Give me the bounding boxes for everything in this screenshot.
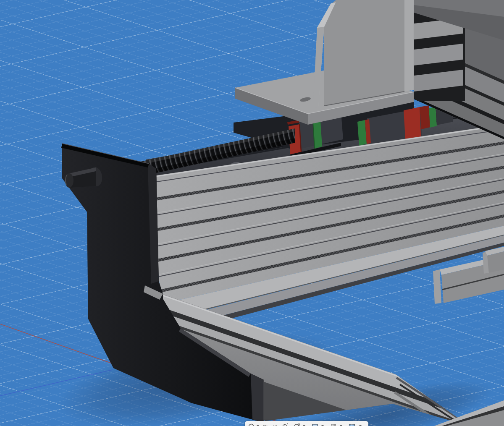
model-scene: [0, 0, 504, 426]
display-settings-icon[interactable]: [311, 423, 319, 426]
navigation-toolbar[interactable]: [245, 421, 368, 426]
zoom-icon[interactable]: [281, 423, 289, 426]
fit-icon[interactable]: [293, 423, 300, 426]
motor-mount-bracket[interactable]: [235, 0, 414, 125]
pan-icon[interactable]: [262, 423, 269, 426]
look-at-icon[interactable]: [272, 423, 279, 426]
viewports-icon[interactable]: [348, 423, 356, 426]
grid-snaps-icon[interactable]: [330, 423, 337, 426]
cad-viewport[interactable]: [0, 0, 504, 426]
orbit-icon[interactable]: [247, 423, 255, 426]
